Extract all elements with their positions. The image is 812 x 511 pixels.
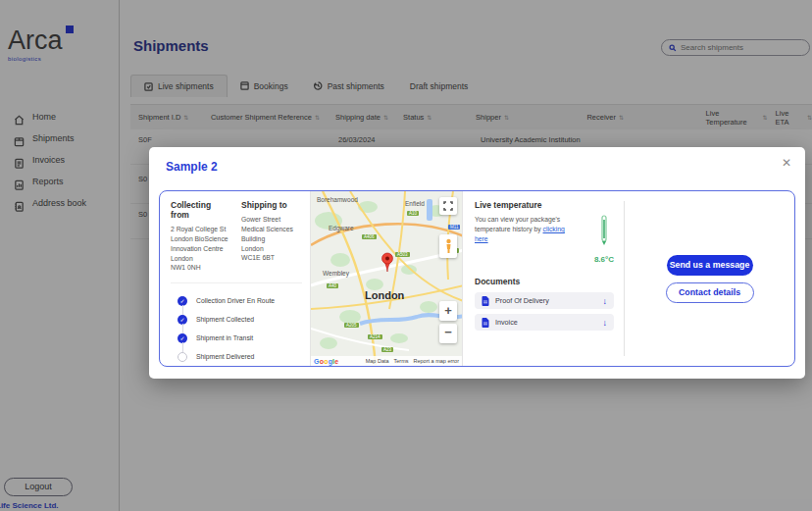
step-complete-icon [178, 333, 187, 343]
fullscreen-button[interactable] [439, 197, 457, 215]
address-column: Collecting from 2 Royal College St Londo… [160, 191, 310, 366]
terms-link[interactable]: Terms [394, 358, 409, 364]
thermometer-block: 8.6°C [594, 215, 614, 264]
shipping-to-block: Shipping to Gower Street Medical Science… [241, 200, 302, 273]
document-invoice[interactable]: Invoice [475, 314, 614, 331]
timeline-step: Collection Driver En Route [171, 291, 302, 310]
temperature-description: You can view your package's temperature … [475, 215, 575, 264]
address-line: London BioScience [171, 234, 231, 244]
address-line: WC1E 6BT [241, 253, 302, 263]
address-line: Innovation Centre [171, 244, 231, 254]
address-line: 2 Royal College St [171, 225, 231, 234]
zoom-in-button[interactable] [439, 301, 457, 321]
documents-heading: Documents [475, 277, 614, 286]
actions-column: Send us a message Contact details [625, 191, 794, 366]
shipping-to-heading: Shipping to [241, 200, 302, 210]
road-badge: A10 [407, 211, 419, 216]
address-line: London [241, 244, 302, 254]
timeline-label: Shipment Collected [196, 316, 254, 323]
timeline-step: Shipment Collected [171, 310, 302, 329]
app-window: Arca biologistics Home Shipments [0, 0, 812, 511]
address-line: NW1 0NH [171, 263, 231, 273]
shipment-detail-panel: Collecting from 2 Royal College St Londo… [159, 190, 795, 367]
report-map-error-link[interactable]: Report a map error [414, 358, 459, 364]
address-line: Medical Sciences Building [241, 225, 302, 244]
map-town-borehamwood: Borehamwood [317, 196, 358, 203]
collecting-from-block: Collecting from 2 Royal College St Londo… [171, 200, 231, 273]
step-pending-icon [178, 352, 187, 362]
road-badge: A205 [344, 323, 359, 328]
document-icon [482, 318, 489, 328]
timeline-label: Shipment Delivered [196, 353, 254, 360]
document-label: Proof Of Delivery [495, 296, 549, 305]
step-complete-icon [178, 296, 187, 306]
temperature-value: 8.6°C [594, 255, 614, 264]
address-line: Gower Street [241, 215, 302, 225]
download-icon[interactable] [603, 318, 608, 328]
live-temperature-heading: Live temperature [475, 200, 614, 210]
contact-details-button[interactable]: Contact details [666, 282, 754, 303]
timeline-label: Shipment in Transit [196, 334, 253, 341]
motorway-badge: M11 [448, 225, 460, 230]
road-badge: A406 [362, 234, 377, 239]
close-icon[interactable] [782, 156, 791, 170]
tracking-map[interactable]: Borehamwood Enfield Edgware Wembley Lond… [310, 191, 463, 366]
download-icon[interactable] [603, 296, 608, 306]
document-proof-of-delivery[interactable]: Proof Of Delivery [475, 292, 614, 309]
map-town-wembley: Wembley [323, 270, 349, 277]
pegman-control[interactable] [439, 234, 457, 258]
timeline-label: Collection Driver En Route [196, 297, 275, 304]
send-message-button[interactable]: Send us a message [667, 255, 753, 276]
address-line: London [171, 254, 231, 264]
map-town-enfield: Enfield [405, 200, 425, 207]
road-badge: A40 [327, 283, 338, 288]
status-timeline: Collection Driver En Route Shipment Coll… [171, 282, 302, 366]
google-logo: Google [314, 358, 338, 365]
thermometer-icon [599, 215, 609, 248]
step-complete-icon [178, 315, 187, 325]
road-badge: A214 [368, 334, 382, 339]
shipment-detail-modal: Sample 2 Collecting from 2 Royal College… [149, 147, 805, 379]
document-label: Invoice [495, 318, 518, 327]
collecting-from-heading: Collecting from [171, 200, 231, 220]
map-town-london: London [365, 289, 404, 301]
map-town-edgware: Edgware [329, 225, 354, 231]
document-icon [482, 296, 489, 306]
road-badge: A23 [381, 347, 393, 352]
map-data-link[interactable]: Map Data [366, 358, 389, 364]
info-column: Live temperature You can view your packa… [463, 191, 624, 366]
modal-title: Sample 2 [166, 160, 218, 174]
timeline-step: Shipment Delivered [171, 347, 302, 366]
map-attribution: Google Map Data Terms Report a map error [311, 356, 462, 366]
timeline-step: Shipment in Transit [171, 329, 302, 347]
zoom-out-button[interactable] [439, 324, 457, 343]
road-badge: A503 [395, 252, 410, 257]
